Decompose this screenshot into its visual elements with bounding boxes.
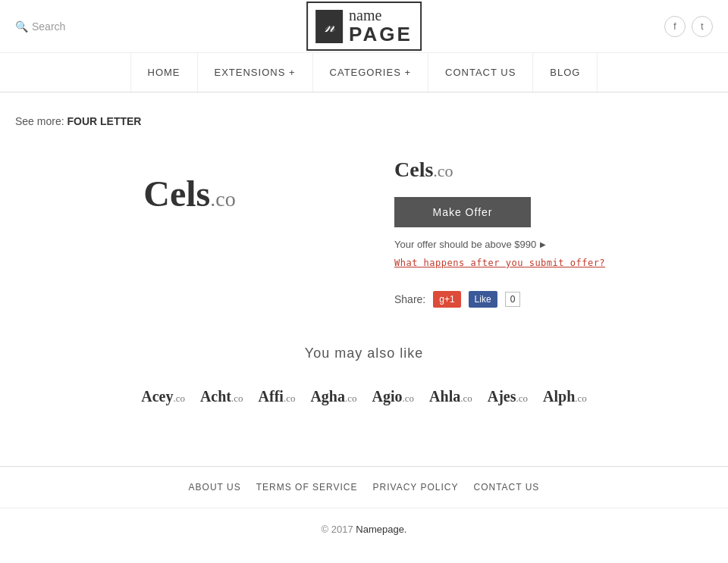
- domain-name-4: Agha: [310, 388, 345, 405]
- domain-title-tld: .co: [433, 161, 453, 180]
- domain-tld-3: .co: [284, 393, 296, 404]
- main-nav: HOME EXTENSIONS + CATEGORIES + CONTACT U…: [0, 53, 728, 92]
- domain-logo-display: Cels.co: [15, 142, 364, 245]
- domain-name-5: Agio: [372, 388, 403, 405]
- domain-logo-text: Cels.co: [143, 173, 235, 214]
- list-item[interactable]: Acey.co: [141, 388, 185, 405]
- list-item[interactable]: Alph.co: [543, 388, 587, 405]
- list-item[interactable]: Acht.co: [200, 388, 243, 405]
- copyright-brand[interactable]: Namepage.: [356, 524, 406, 535]
- also-like-title: You may also like: [15, 346, 713, 361]
- social-links: f t: [664, 16, 713, 37]
- list-item[interactable]: Ahla.co: [429, 388, 472, 405]
- search-bar[interactable]: 🔍 Search: [15, 20, 65, 33]
- domain-title: Cels.co: [394, 158, 713, 182]
- share-row: Share: g+1 Like 0: [394, 291, 713, 308]
- footer-nav: ABOUT US TERMS OF SERVICE PRIVACY POLICY…: [0, 467, 728, 508]
- footer-about[interactable]: ABOUT US: [189, 482, 241, 493]
- footer-contact[interactable]: CONTACT US: [473, 482, 539, 493]
- offer-hint-text: Your offer should be above $990: [394, 239, 536, 250]
- facebook-icon[interactable]: f: [664, 16, 686, 37]
- footer-terms[interactable]: TERMS OF SERVICE: [256, 482, 358, 493]
- footer: ABOUT US TERMS OF SERVICE PRIVACY POLICY…: [0, 467, 728, 550]
- see-more-prefix: See more:: [15, 115, 64, 127]
- domain-info-panel: Cels.co Make Offer Your offer should be …: [394, 142, 713, 308]
- see-more-link[interactable]: FOUR LETTER: [67, 115, 141, 127]
- domain-tld-large: .co: [210, 187, 235, 211]
- list-item[interactable]: Affi.co: [259, 388, 296, 405]
- domain-name-8: Alph: [543, 388, 575, 405]
- domain-name-7: Ajes: [488, 388, 516, 405]
- copyright-prefix: © 2017: [322, 524, 353, 535]
- what-happens-link[interactable]: What happens after you submit offer?: [394, 258, 605, 268]
- domain-tld-5: .co: [403, 393, 415, 404]
- list-item[interactable]: Ajes.co: [488, 388, 528, 405]
- domain-tld-2: .co: [231, 393, 243, 404]
- domain-name-6: Ahla: [429, 388, 460, 405]
- domain-tld-6: .co: [460, 393, 472, 404]
- footer-privacy[interactable]: PRIVACY POLICY: [373, 482, 459, 493]
- domain-tld-1: .co: [173, 393, 185, 404]
- also-like-section: You may also like Acey.co Acht.co Affi.c…: [15, 346, 713, 413]
- nav-blog[interactable]: BLOG: [533, 53, 598, 92]
- make-offer-button[interactable]: Make Offer: [394, 197, 531, 227]
- domain-name-2: Acht: [200, 388, 231, 405]
- domain-name-3: Affi: [259, 388, 284, 405]
- logo-icon: 𝓃: [315, 10, 343, 43]
- nav-contact[interactable]: CONTACT US: [428, 53, 533, 92]
- fb-count: 0: [505, 292, 521, 307]
- domain-tld-4: .co: [345, 393, 357, 404]
- main-content: See more: FOUR LETTER Cels.co Cels.co Ma…: [0, 92, 728, 436]
- list-item[interactable]: Agha.co: [310, 388, 356, 405]
- offer-hint: Your offer should be above $990 ▶: [394, 239, 713, 250]
- logo-page-text: PAGE: [349, 23, 413, 45]
- google-plus-button[interactable]: g+1: [433, 291, 460, 308]
- facebook-like-button[interactable]: Like: [469, 291, 497, 308]
- domain-showcase: Cels.co Cels.co Make Offer Your offer sh…: [15, 142, 713, 308]
- domain-tld-8: .co: [575, 393, 587, 404]
- share-label: Share:: [394, 293, 425, 305]
- see-more-section: See more: FOUR LETTER: [15, 115, 713, 127]
- domain-title-name: Cels: [394, 158, 433, 181]
- gplus-label: g+1: [439, 294, 454, 305]
- nav-extensions[interactable]: EXTENSIONS +: [198, 53, 313, 92]
- search-label: Search: [32, 20, 65, 33]
- twitter-icon[interactable]: t: [692, 16, 713, 37]
- domain-tld-7: .co: [516, 393, 528, 404]
- domain-list: Acey.co Acht.co Affi.co Agha.co Agio.co …: [15, 380, 713, 413]
- site-logo: 𝓃 name PAGE: [306, 2, 422, 51]
- search-icon: 🔍: [15, 20, 28, 33]
- domain-name-1: Acey: [141, 388, 173, 405]
- footer-copyright: © 2017 Namepage.: [0, 508, 728, 550]
- fb-like-label: Like: [475, 294, 491, 305]
- nav-home[interactable]: HOME: [130, 53, 198, 92]
- domain-name-large: Cels: [143, 174, 210, 214]
- list-item[interactable]: Agio.co: [372, 388, 415, 405]
- nav-categories[interactable]: CATEGORIES +: [313, 53, 428, 92]
- offer-hint-arrow: ▶: [540, 240, 546, 249]
- logo-name-text: name: [349, 7, 413, 23]
